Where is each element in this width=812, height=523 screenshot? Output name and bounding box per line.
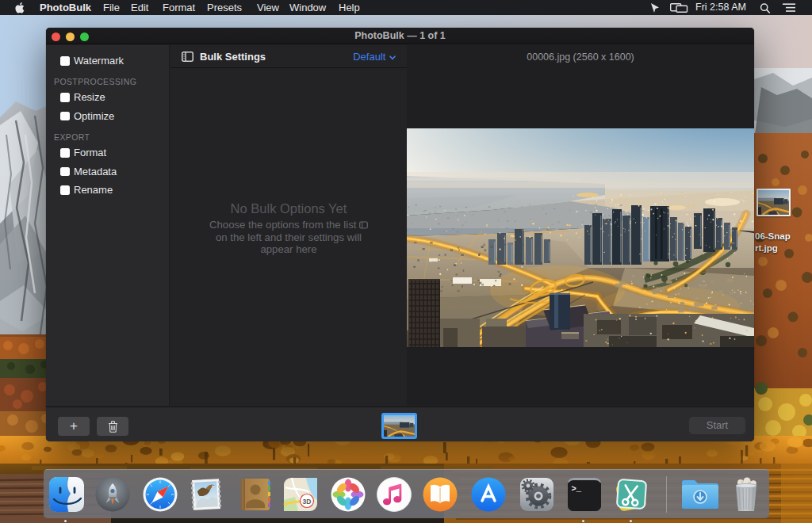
svg-text:3D: 3D bbox=[303, 498, 312, 506]
svg-text:>_: >_ bbox=[571, 484, 581, 494]
